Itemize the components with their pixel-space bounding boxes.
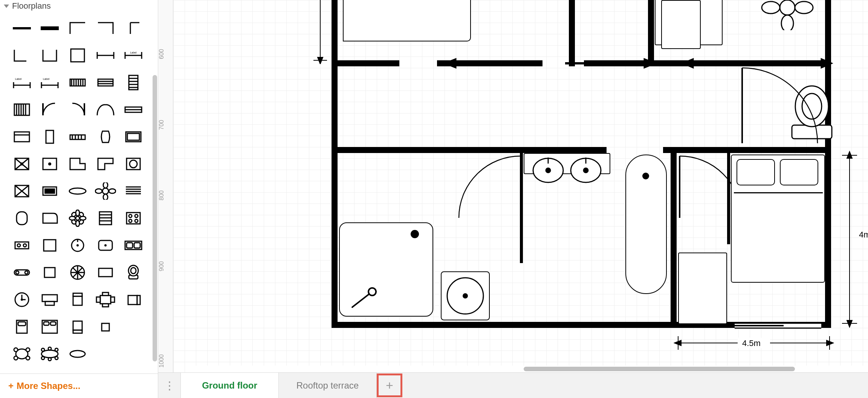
shape-spiral-stairs[interactable]: [65, 260, 90, 285]
shape-empty2[interactable]: [93, 341, 118, 367]
shape-wall-end[interactable]: [121, 15, 146, 41]
shape-wall-l[interactable]: [9, 43, 35, 68]
shape-sink-double[interactable]: [121, 233, 146, 258]
svg-point-160: [795, 2, 813, 14]
shape-washer[interactable]: [121, 151, 146, 177]
svg-point-71: [109, 189, 116, 193]
scrollbar-thumb[interactable]: [524, 367, 795, 371]
shape-wall-corner-tl[interactable]: [65, 15, 90, 41]
shape-counter[interactable]: [65, 124, 90, 150]
shape-chair-up[interactable]: [65, 287, 90, 312]
svg-rect-65: [44, 188, 55, 194]
shape-grate3[interactable]: [121, 70, 146, 95]
shape-wall-square[interactable]: [65, 43, 90, 68]
shape-stool[interactable]: [93, 314, 118, 340]
shape-clock[interactable]: [9, 287, 35, 312]
shape-chair-side[interactable]: [121, 287, 146, 312]
shape-stove[interactable]: [121, 205, 146, 231]
shape-empty3[interactable]: [121, 341, 146, 367]
shape-tv[interactable]: [37, 178, 63, 204]
shape-desk[interactable]: [37, 287, 63, 312]
svg-point-179: [368, 288, 376, 295]
page-tab-rooftop-terrace[interactable]: Rooftop terrace: [279, 373, 377, 398]
shape-vase[interactable]: [93, 124, 118, 150]
shape-tub[interactable]: [9, 205, 35, 231]
svg-point-177: [584, 168, 588, 173]
shape-sink-round[interactable]: [65, 233, 90, 258]
shape-piano[interactable]: [37, 205, 63, 231]
shape-cabinet[interactable]: [9, 124, 35, 150]
shape-cabinet2[interactable]: [93, 205, 118, 231]
scrollbar-thumb[interactable]: [153, 75, 157, 361]
shape-dim-h[interactable]: [93, 43, 118, 68]
dimension-label-h: 4.5m: [742, 338, 761, 348]
shape-toilet[interactable]: [121, 260, 146, 285]
shape-door-arc-l[interactable]: [37, 97, 63, 122]
shape-door-arc-r[interactable]: [65, 97, 90, 122]
page-tab-ground-floor[interactable]: Ground floor: [181, 373, 279, 398]
shape-shelf[interactable]: [121, 124, 146, 150]
more-shapes-button[interactable]: +More Shapes...: [0, 374, 158, 398]
shape-dishwasher[interactable]: [37, 151, 63, 177]
sidebar-scrollbar[interactable]: [153, 15, 157, 374]
shape-closet[interactable]: [37, 124, 63, 150]
shape-stairs[interactable]: [9, 97, 35, 122]
shape-lines[interactable]: [121, 178, 146, 204]
shape-fridge[interactable]: [9, 151, 35, 177]
shape-wall-h[interactable]: [9, 15, 35, 41]
shape-table4[interactable]: [93, 287, 118, 312]
svg-text:Label: Label: [15, 78, 22, 80]
page-menu-button[interactable]: ⋮: [158, 373, 181, 398]
page-tab-bar: ⋮ Ground floor Rooftop terrace +: [158, 372, 868, 398]
shape-x-box[interactable]: [9, 178, 35, 204]
ruler-tick: 700: [158, 120, 173, 130]
shape-nightstand[interactable]: [37, 260, 63, 285]
shape-dim-h-label[interactable]: Label: [121, 43, 146, 68]
shape-wall-u[interactable]: [37, 43, 63, 68]
svg-rect-132: [111, 297, 115, 302]
shape-l-counter[interactable]: [93, 151, 118, 177]
shape-dim-h-label3[interactable]: Label: [37, 70, 63, 95]
shape-wall-h-thick[interactable]: [37, 15, 63, 41]
vertical-ruler[interactable]: 600 700 800 900 1000: [158, 0, 173, 372]
shape-corner-counter[interactable]: [65, 151, 90, 177]
shape-bed-double[interactable]: [37, 314, 63, 340]
shape-grate1[interactable]: [65, 70, 90, 95]
horizontal-scrollbar[interactable]: [188, 366, 868, 372]
shape-fan[interactable]: [93, 178, 118, 204]
svg-point-68: [103, 182, 108, 188]
svg-point-67: [102, 188, 108, 194]
shape-flower[interactable]: [65, 205, 90, 231]
shape-dim-h-label2[interactable]: Label: [9, 70, 35, 95]
shape-bench[interactable]: [9, 260, 35, 285]
shape-window[interactable]: [121, 97, 146, 122]
shape-empty[interactable]: [121, 314, 146, 340]
shape-door-double[interactable]: [93, 97, 118, 122]
shape-platter[interactable]: [65, 178, 90, 204]
shape-table-rect[interactable]: [93, 260, 118, 285]
shape-oval-small[interactable]: [65, 341, 90, 367]
palette-title: Floorplans: [12, 1, 51, 11]
shape-oval-table[interactable]: [9, 341, 35, 367]
shape-oval-table-long[interactable]: [37, 341, 63, 367]
shape-dryer[interactable]: [37, 233, 63, 258]
svg-point-150: [48, 347, 51, 350]
palette-header[interactable]: Floorplans: [0, 0, 158, 13]
drawing-canvas[interactable]: 4m 4.5m: [173, 0, 868, 372]
shape-chair-down[interactable]: [65, 314, 90, 340]
shape-sink[interactable]: [93, 233, 118, 258]
shape-wall-corner-tr[interactable]: [93, 15, 118, 41]
svg-rect-134: [137, 295, 140, 305]
shape-bed-single[interactable]: [9, 314, 35, 340]
add-page-button[interactable]: +: [377, 374, 402, 397]
svg-rect-76: [17, 212, 27, 225]
floor-plan[interactable]: 4m 4.5m: [332, 0, 833, 328]
ruler-tick: 1000: [158, 354, 173, 368]
shape-socket[interactable]: [9, 233, 35, 258]
svg-rect-133: [128, 295, 137, 305]
shape-grate2[interactable]: [93, 70, 118, 95]
svg-rect-129: [102, 292, 108, 295]
svg-point-158: [781, 15, 793, 30]
dimension-label-v: 4m: [859, 230, 868, 240]
svg-rect-140: [73, 321, 82, 330]
